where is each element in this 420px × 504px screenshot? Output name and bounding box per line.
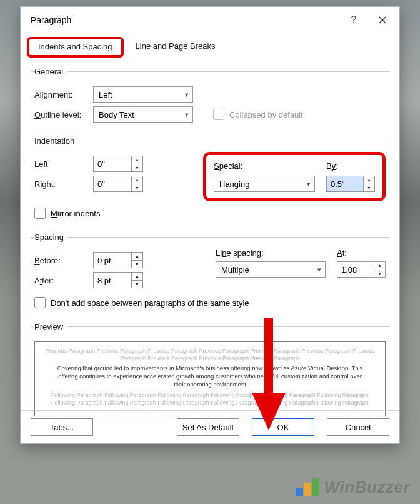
special-label: Special: [214,161,315,171]
section-general: General Alignment: Left ▾ Outline level:… [31,67,389,130]
cancel-button[interactable]: Cancel [327,418,389,436]
tabs-button[interactable]: Tabs... [31,418,93,436]
spacing-legend: Spacing [34,233,68,242]
set-default-button[interactable]: Set As Default [177,418,239,436]
dont-add-space-checkbox[interactable]: Don't add space between paragraphs of th… [34,297,249,308]
right-spinner[interactable]: 0" ▲▼ [93,176,143,192]
dialog-body: General Alignment: Left ▾ Outline level:… [21,58,399,428]
by-spinner[interactable]: 0.5" ▲▼ [326,176,375,192]
tab-page-breaks[interactable]: Line and Page Breaks [126,37,225,58]
svg-rect-1 [304,483,311,496]
titlebar: Paragraph ? [21,7,399,33]
by-label: By: [326,161,375,171]
chevron-down-icon: ▾ [185,91,189,99]
spin-up-icon: ▲ [364,176,374,184]
section-preview: Preview Previous Paragraph Previous Para… [31,322,389,420]
after-spinner[interactable]: 8 pt ▲▼ [93,272,143,288]
spin-down-icon: ▼ [132,164,142,172]
button-bar: Tabs... Set As Default OK Cancel [21,410,399,443]
preview-legend: Preview [34,322,67,331]
indentation-legend: Indentation [34,136,78,146]
svg-rect-2 [312,478,319,496]
section-spacing: Spacing Before: 0 pt ▲▼ After: 8 pt [31,233,389,316]
spin-up-icon: ▲ [132,253,142,261]
left-spinner[interactable]: 0" ▲▼ [93,156,143,172]
general-legend: General [34,67,67,76]
winbuzzer-logo-icon [296,476,321,498]
chevron-down-icon: ▾ [307,180,311,188]
spin-down-icon: ▼ [364,184,374,192]
special-select[interactable]: Hanging ▾ [214,176,315,192]
alignment-select[interactable]: Left ▾ [93,86,193,103]
section-indentation: Indentation Left: 0" ▲▼ Right: 0" [31,136,389,226]
outline-select[interactable]: Body Text ▾ [93,106,193,123]
help-button[interactable]: ? [339,9,368,31]
preview-box: Previous Paragraph Previous Paragraph Pr… [34,341,386,416]
close-button[interactable] [368,9,397,31]
checkbox-icon [34,208,46,219]
outline-label: Outline level: [34,110,88,119]
paragraph-dialog: Paragraph ? Indents and Spacing Line and… [20,6,400,444]
spin-down-icon: ▼ [132,261,142,268]
chevron-down-icon: ▾ [185,111,189,119]
spin-down-icon: ▼ [132,184,142,192]
preview-following: Following Paragraph Following Paragraph … [42,391,378,406]
spin-up-icon: ▲ [132,156,142,164]
spin-up-icon: ▲ [132,273,142,281]
svg-rect-0 [296,488,303,496]
preview-previous: Previous Paragraph Previous Paragraph Pr… [42,347,378,362]
spin-up-icon: ▲ [374,262,385,270]
checkbox-icon [213,109,224,120]
alignment-label: Alignment: [34,90,88,99]
checkbox-icon [34,297,46,308]
after-label: After: [34,276,88,285]
right-label: Right: [34,179,88,189]
before-spinner[interactable]: 0 pt ▲▼ [93,252,143,268]
chevron-down-icon: ▾ [318,266,321,274]
special-highlight: Special: By: Hanging ▾ 0.5" ▲▼ [203,152,386,201]
watermark: WinBuzzer [296,476,410,498]
ok-button[interactable]: OK [252,418,314,436]
at-label: At: [337,248,386,258]
tab-indents-spacing[interactable]: Indents and Spacing [27,37,124,58]
close-icon [379,16,386,24]
collapsed-checkbox: Collapsed by default [213,109,303,120]
mirror-checkbox[interactable]: Mirror indents [34,208,100,219]
left-label: Left: [34,159,88,169]
spin-up-icon: ▲ [132,176,142,184]
spin-down-icon: ▼ [132,281,142,288]
spin-down-icon: ▼ [374,270,385,278]
line-spacing-select[interactable]: Multiple ▾ [216,261,326,278]
dialog-title: Paragraph [31,15,339,25]
tab-strip: Indents and Spacing Line and Page Breaks [21,33,399,58]
before-label: Before: [34,256,88,265]
line-spacing-label: Line spacing: [216,248,326,258]
preview-current: Covering that ground led to improvements… [52,365,368,388]
at-spinner[interactable]: 1.08 ▲▼ [337,261,386,278]
